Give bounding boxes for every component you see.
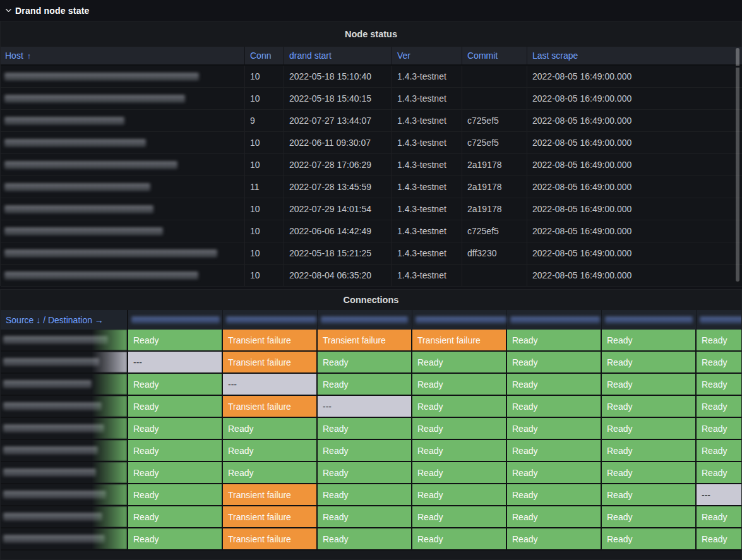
redacted-text [3,447,98,454]
source-cell-redacted [1,462,128,484]
conn-cell: 9 [244,110,284,131]
host-cell-redacted [1,66,244,87]
status-cell-ready: Ready [697,352,742,374]
table-row: 102022-07-28 17:06:291.4.3-testnet2a1917… [1,154,742,176]
host-cell-redacted [1,198,244,220]
destination-header-redacted[interactable] [318,310,412,330]
status-cell-ready: Ready [412,462,507,484]
column-header-host-label: Host [5,51,23,61]
connections-table: Source ↓ / Destination → ReadyTransient … [1,310,742,551]
redacted-text [4,140,146,146]
matrix-row: ReadyTransient failureTransient failureT… [1,330,742,352]
matrix-row: Ready---ReadyReadyReadyReadyReady [1,374,742,396]
table-row: 102022-06-06 14:42:491.4.3-testnetc725ef… [1,220,742,242]
column-header-source-destination[interactable]: Source ↓ / Destination → [1,310,128,330]
commit-cell: dff3230 [462,242,527,264]
column-header-commit[interactable]: Commit [462,47,527,64]
sort-ascending-icon: ↑ [27,51,32,61]
status-cell-ready: Ready [318,374,412,396]
redacted-text [131,317,220,323]
status-cell-ready: Ready [412,418,507,440]
column-header-drand-start[interactable]: drand start [284,47,392,64]
table-scrollbar[interactable] [736,48,739,282]
host-cell-redacted [1,220,244,242]
source-cell-redacted [1,506,128,528]
matrix-row: ---Transient failureReadyReadyReadyReady… [1,352,742,374]
column-header-host[interactable]: Host ↑ [1,47,244,64]
node-status-table: Host ↑ Conn drand start Ver Commit Last … [1,47,742,287]
drand-start-cell: 2022-05-18 15:21:25 [284,242,392,264]
status-cell-ready: Ready [412,374,507,396]
last-scrape-cell: 2022-08-05 16:49:00.000 [527,265,742,286]
source-cell-redacted [1,528,128,551]
ver-cell: 1.4.3-testnet [392,66,462,87]
status-cell-ready: Ready [602,396,697,418]
status-cell-ready: Ready [697,506,742,528]
row-title: Drand node state [15,6,90,16]
redacted-text [3,491,106,498]
matrix-row: ReadyReadyReadyReadyReadyReadyReady [1,418,742,440]
status-cell-ready: Ready [128,418,223,440]
table-row: 102022-05-18 15:10:401.4.3-testnet2022-0… [1,66,742,88]
status-cell-ready: Ready [128,440,223,462]
conn-cell: 10 [244,132,284,153]
status-cell-ready: Ready [507,396,602,418]
redacted-text [3,469,96,476]
destination-header-redacted[interactable] [128,310,223,330]
conn-cell: 10 [244,88,284,109]
commit-cell [462,66,527,87]
matrix-row: ReadyReadyReadyReadyReadyReadyReady [1,462,742,484]
redaction-color-bleed [92,374,127,395]
connections-rows: ReadyTransient failureTransient failureT… [1,330,742,551]
drand-start-cell: 2022-06-11 09:30:07 [284,132,392,153]
panel-node-status: Node status Host ↑ Conn drand start Ver … [0,21,742,286]
redaction-color-bleed [92,418,127,439]
status-cell-fail: Transient failure [223,330,318,352]
ver-cell: 1.4.3-testnet [392,198,462,220]
status-cell-ready: Ready [318,484,412,506]
status-cell-ready: Ready [223,462,318,484]
last-scrape-cell: 2022-08-05 16:49:00.000 [527,110,742,131]
panel-title-node-status[interactable]: Node status [1,21,741,47]
status-cell-ready: Ready [697,396,742,418]
destination-header-redacted[interactable] [412,310,507,330]
redacted-text [4,95,185,102]
column-header-conn[interactable]: Conn [244,47,284,64]
status-cell-ready: Ready [507,330,602,352]
destination-header-redacted[interactable] [507,310,602,330]
ver-cell: 1.4.3-testnet [392,220,462,242]
last-scrape-cell: 2022-08-05 16:49:00.000 [527,88,742,109]
drand-start-cell: 2022-07-29 14:01:54 [284,198,392,220]
conn-cell: 10 [244,220,284,242]
commit-cell [462,265,527,286]
status-cell-ready: Ready [412,528,507,551]
destination-header-redacted[interactable] [602,310,697,330]
redacted-text [321,317,408,323]
dashboard-row-header[interactable]: Drand node state [0,0,742,21]
status-cell-ready: Ready [697,418,742,440]
status-cell-none: --- [318,396,412,418]
status-cell-ready: Ready [128,506,223,528]
panel-title-connections[interactable]: Connections [1,290,741,310]
destination-header-redacted[interactable] [697,310,742,330]
status-cell-ready: Ready [507,528,602,551]
redacted-text [4,73,199,80]
status-cell-fail: Transient failure [318,330,412,352]
last-scrape-cell: 2022-08-05 16:49:00.000 [527,198,742,220]
status-cell-ready: Ready [602,374,697,396]
column-header-ver[interactable]: Ver [392,47,462,64]
status-cell-ready: Ready [507,462,602,484]
status-cell-none: --- [223,374,318,396]
last-scrape-cell: 2022-08-05 16:49:00.000 [527,66,742,87]
source-cell-redacted [1,418,128,440]
redaction-color-bleed [92,440,127,461]
status-cell-ready: Ready [412,440,507,462]
column-header-last-scrape[interactable]: Last scrape [527,47,742,64]
status-cell-ready: Ready [602,462,697,484]
status-cell-fail: Transient failure [412,330,507,352]
drand-start-cell: 2022-07-28 17:06:29 [284,154,392,176]
table-row: 112022-07-28 13:45:591.4.3-testnet2a1917… [1,176,742,198]
redacted-text [4,184,150,191]
destination-header-redacted[interactable] [223,310,318,330]
dashboard: Drand node state Node status Host ↑ Conn… [0,0,742,560]
